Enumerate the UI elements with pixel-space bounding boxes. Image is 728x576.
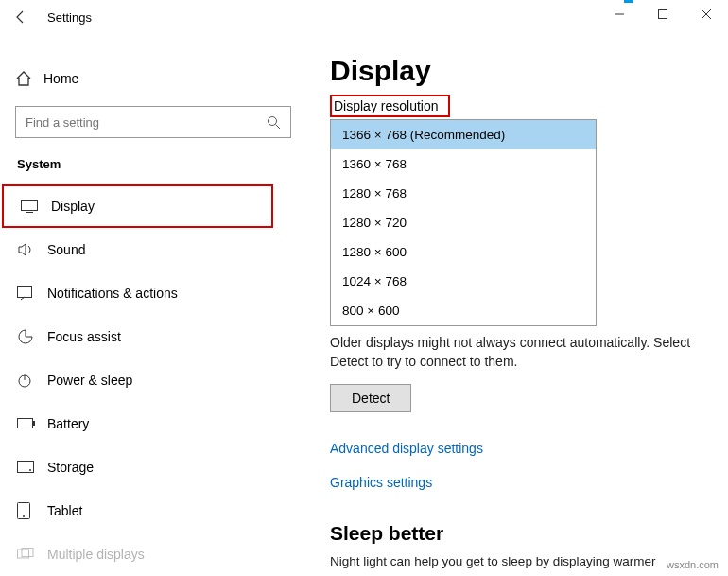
sidebar-item-battery[interactable]: Battery [0,402,306,445]
storage-icon [17,461,47,474]
svg-point-14 [23,515,25,517]
multiple-icon [17,548,47,561]
svg-rect-10 [33,421,35,426]
nav-label: Notifications & actions [47,286,178,301]
nav-label: Sound [47,242,85,257]
window-title: Settings [47,10,92,25]
graphics-settings-link[interactable]: Graphics settings [330,475,705,490]
svg-point-12 [29,469,31,471]
resolution-option[interactable]: 1280 × 768 [331,179,596,208]
search-icon [267,115,281,130]
resolution-option[interactable]: 1280 × 720 [331,208,596,237]
focus-icon [17,328,47,345]
sidebar-item-tablet[interactable]: Tablet [0,489,306,532]
sidebar: Home System Display Sound Notifications … [0,34,307,576]
sidebar-item-sound[interactable]: Sound [0,228,306,271]
battery-icon [17,418,47,429]
sidebar-item-focus[interactable]: Focus assist [0,315,306,358]
search-input-container[interactable] [15,106,291,138]
home-label: Home [43,71,78,86]
detect-button[interactable]: Detect [330,384,411,412]
svg-rect-1 [659,10,667,19]
search-input[interactable] [26,115,281,130]
group-header: System [0,157,306,184]
resolution-option[interactable]: 1360 × 768 [331,149,596,179]
sidebar-item-display[interactable]: Display [2,184,273,228]
resolution-option[interactable]: 1366 × 768 (Recommended) [331,120,596,149]
svg-line-3 [276,124,281,129]
nav-label: Tablet [47,503,82,518]
page-title: Display [330,55,705,87]
resolution-option[interactable]: 800 × 600 [331,296,596,325]
svg-rect-9 [18,419,33,428]
svg-rect-11 [18,462,34,473]
sleep-header: Sleep better [330,522,705,545]
tablet-icon [17,502,47,519]
watermark: wsxdn.com [667,559,719,570]
resolution-option[interactable]: 1280 × 600 [331,237,596,267]
sidebar-item-notifications[interactable]: Notifications & actions [0,271,306,315]
close-button[interactable] [685,0,728,28]
resolution-label: Display resolution [330,95,450,117]
display-icon [21,200,51,213]
nav-label: Multiple displays [47,547,145,562]
main-content: Display Display resolution 1366 × 768 (R… [307,34,728,576]
resolution-option[interactable]: 1024 × 768 [331,267,596,296]
svg-rect-6 [18,287,32,298]
resolution-dropdown[interactable]: 1366 × 768 (Recommended) 1360 × 768 1280… [330,119,597,326]
sidebar-item-multiple[interactable]: Multiple displays [0,532,306,576]
home-link[interactable]: Home [0,62,306,95]
sleep-text: Night light can help you get to sleep by… [330,554,705,568]
back-button[interactable] [13,9,42,25]
sidebar-item-power[interactable]: Power & sleep [0,358,306,402]
home-icon [15,70,43,87]
maximize-button[interactable] [641,0,685,28]
sidebar-item-storage[interactable]: Storage [0,445,306,489]
nav-label: Display [51,199,95,214]
power-icon [17,373,47,388]
nav-label: Focus assist [47,329,121,344]
nav-label: Battery [47,416,89,431]
svg-point-2 [269,116,277,125]
notifications-icon [17,286,47,301]
advanced-display-link[interactable]: Advanced display settings [330,441,705,456]
svg-rect-4 [22,201,38,211]
sound-icon [17,242,47,257]
help-text: Older displays might not always connect … [330,334,705,371]
nav-label: Power & sleep [47,373,132,388]
nav-label: Storage [47,460,94,475]
minimize-button[interactable] [598,0,641,28]
